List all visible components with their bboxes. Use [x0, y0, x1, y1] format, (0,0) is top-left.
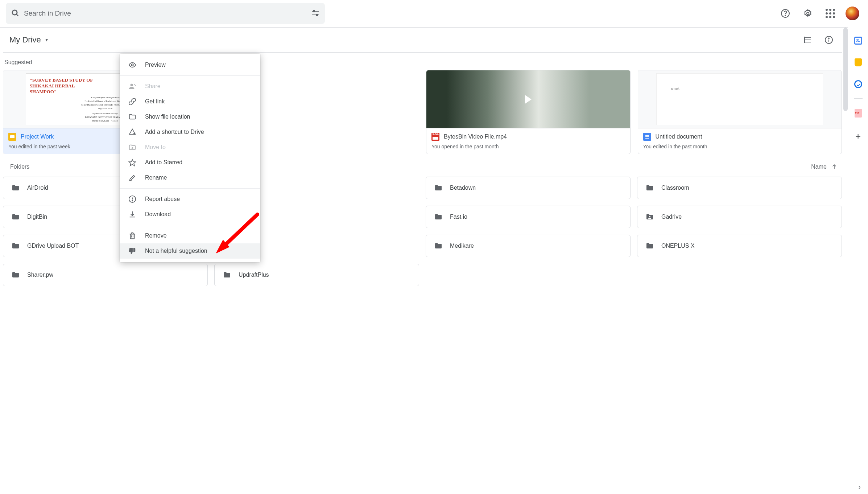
- apps-icon[interactable]: [823, 6, 838, 21]
- ctx-label: Share: [145, 83, 161, 90]
- arrow-up-icon: [831, 164, 838, 170]
- svg-point-21: [131, 84, 133, 86]
- sort-label: Name: [811, 164, 827, 170]
- ctx-add-shortcut[interactable]: Add a shortcut to Drive: [120, 124, 260, 140]
- folder-item[interactable]: ONEPLUS X: [637, 235, 842, 257]
- folder-item[interactable]: Gadrive: [637, 206, 842, 228]
- tasks-icon[interactable]: [854, 80, 862, 88]
- folder-name: DigitBin: [27, 214, 47, 220]
- report-icon: [128, 195, 136, 203]
- svg-point-20: [131, 64, 133, 66]
- folder-icon: [434, 242, 443, 250]
- scrollbar[interactable]: [843, 28, 848, 111]
- ctx-download[interactable]: Download: [120, 207, 260, 222]
- ctx-report-abuse[interactable]: Report abuse: [120, 192, 260, 207]
- ctx-label: Download: [145, 211, 171, 218]
- search-input[interactable]: [23, 9, 311, 18]
- ctx-get-link[interactable]: Get link: [120, 94, 260, 109]
- settings-icon[interactable]: [801, 6, 815, 21]
- svg-rect-5: [317, 14, 318, 16]
- ctx-move-to: Move to: [120, 140, 260, 155]
- ctx-label: Add to Starred: [145, 159, 182, 166]
- ctx-add-starred[interactable]: Add to Starred: [120, 155, 260, 170]
- account-avatar[interactable]: [846, 7, 859, 20]
- ctx-rename[interactable]: Rename: [120, 170, 260, 185]
- add-app-icon[interactable]: +: [855, 131, 861, 141]
- help-icon[interactable]: [778, 6, 793, 21]
- folder-icon: [11, 184, 20, 192]
- search-icon: [11, 9, 20, 18]
- card-thumbnail: [656, 73, 823, 125]
- details-icon[interactable]: [822, 33, 836, 47]
- folder-icon: [11, 213, 20, 221]
- folder-item[interactable]: UpdraftPlus: [214, 264, 419, 286]
- person-add-icon: [128, 82, 136, 90]
- ctx-show-location[interactable]: Show file location: [120, 109, 260, 124]
- folder-name: ONEPLUS X: [661, 243, 695, 249]
- docs-icon: [643, 133, 651, 141]
- folder-name: Betadown: [450, 185, 476, 191]
- ctx-share: Share: [120, 79, 260, 94]
- folder-name: Sharer.pw: [27, 272, 53, 278]
- folder-icon: [11, 271, 20, 279]
- breadcrumb[interactable]: My Drive ▼: [9, 35, 49, 45]
- header-bar: [0, 0, 868, 27]
- folder-name: Classroom: [661, 185, 689, 191]
- list-view-icon[interactable]: [801, 33, 815, 47]
- folder-icon: [434, 184, 443, 192]
- ctx-remove[interactable]: Remove: [120, 228, 260, 243]
- svg-point-19: [649, 216, 650, 217]
- thumbs-down-icon: [128, 247, 136, 255]
- side-panel: +: [848, 27, 868, 298]
- svg-rect-13: [804, 39, 805, 41]
- suggested-card-video[interactable]: BytesBin Video File.mp4 You opened in th…: [426, 70, 631, 154]
- svg-point-0: [12, 10, 17, 15]
- slides-icon: [8, 133, 16, 141]
- folder-name: GDrive Upload BOT: [27, 243, 79, 249]
- video-icon: [431, 133, 439, 141]
- ctx-label: Report abuse: [145, 196, 180, 202]
- svg-point-7: [785, 15, 786, 16]
- folder-item[interactable]: Sharer.pw: [3, 264, 208, 286]
- folder-icon: [11, 242, 20, 250]
- sort-button[interactable]: Name: [811, 164, 838, 170]
- card-thumbnail: [426, 70, 630, 128]
- ctx-preview[interactable]: Preview: [120, 57, 260, 73]
- suggested-card-doc[interactable]: Untitled document You edited in the past…: [638, 70, 842, 154]
- pdf-app-icon[interactable]: [855, 109, 862, 118]
- folder-item[interactable]: Betadown: [426, 177, 631, 199]
- shared-folder-icon: [645, 213, 654, 221]
- folder-icon: [128, 113, 136, 121]
- search-container[interactable]: [6, 3, 325, 24]
- folder-item[interactable]: Fast.io: [426, 206, 631, 228]
- search-options-icon[interactable]: [311, 9, 320, 18]
- calendar-icon[interactable]: [854, 37, 862, 45]
- link-icon: [128, 98, 136, 106]
- svg-point-29: [132, 201, 133, 201]
- drive-shortcut-icon: [128, 128, 136, 136]
- ctx-label: Rename: [145, 174, 167, 181]
- trash-icon: [128, 232, 136, 240]
- svg-rect-32: [131, 234, 135, 239]
- ctx-label: Not a helpful suggestion: [145, 248, 207, 254]
- folder-name: AirDroid: [27, 185, 48, 191]
- ctx-label: Show file location: [145, 114, 190, 120]
- ctx-label: Move to: [145, 144, 166, 151]
- play-icon: [525, 95, 532, 104]
- folder-name: Fast.io: [450, 214, 467, 220]
- pencil-icon: [128, 174, 136, 182]
- folder-icon: [645, 184, 654, 192]
- card-subtitle: You edited in the past month: [643, 144, 837, 149]
- keep-icon[interactable]: [855, 58, 862, 66]
- header-actions: [778, 6, 859, 21]
- ctx-not-helpful[interactable]: Not a helpful suggestion: [120, 243, 260, 259]
- context-menu: Preview Share Get link Show file locatio…: [120, 54, 260, 262]
- star-icon: [128, 159, 136, 166]
- card-title: Untitled document: [656, 133, 702, 140]
- folder-name: Gadrive: [661, 214, 682, 220]
- ctx-label: Add a shortcut to Drive: [145, 129, 204, 135]
- folder-item[interactable]: Medikare: [426, 235, 631, 257]
- ctx-label: Remove: [145, 232, 167, 239]
- svg-rect-12: [804, 37, 805, 38]
- folder-item[interactable]: Classroom: [637, 177, 842, 199]
